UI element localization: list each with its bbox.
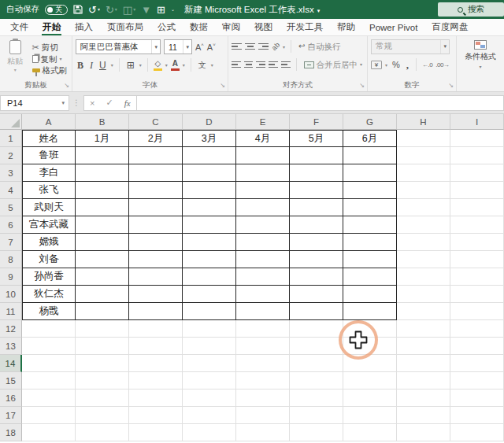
cell-H18[interactable] xyxy=(397,424,450,441)
row-header-18[interactable]: 18 xyxy=(0,424,22,441)
cell-E13[interactable] xyxy=(236,338,290,355)
cell-I14[interactable] xyxy=(450,355,504,372)
cell-F1[interactable]: 5月 xyxy=(290,130,343,147)
cell-D9[interactable] xyxy=(183,268,236,286)
cell-A12[interactable] xyxy=(22,320,76,338)
cell-I3[interactable] xyxy=(450,164,504,182)
cell-E9[interactable] xyxy=(236,268,290,286)
cell-F17[interactable] xyxy=(290,407,343,424)
cell-B15[interactable] xyxy=(76,372,129,389)
cell-C8[interactable] xyxy=(129,251,183,268)
cell-E6[interactable] xyxy=(236,216,290,234)
cell-I6[interactable] xyxy=(450,216,504,234)
cell-D7[interactable] xyxy=(183,234,236,251)
row-header-10[interactable]: 10 xyxy=(0,286,22,303)
tab-开发工具[interactable]: 开发工具 xyxy=(280,19,330,35)
row-header-11[interactable]: 11 xyxy=(0,303,22,320)
column-header-E[interactable]: E xyxy=(236,114,290,130)
row-header-9[interactable]: 9 xyxy=(0,268,22,286)
cell-G3[interactable] xyxy=(343,164,397,182)
column-header-H[interactable]: H xyxy=(397,114,450,130)
cell-F11[interactable] xyxy=(290,303,343,320)
cell-F3[interactable] xyxy=(290,164,343,182)
paste-button[interactable]: 粘贴 ▾ xyxy=(3,39,28,79)
row-header-12[interactable]: 12 xyxy=(0,320,22,338)
select-all-corner[interactable] xyxy=(0,114,22,130)
cell-D6[interactable] xyxy=(183,216,236,234)
cell-G6[interactable] xyxy=(343,216,397,234)
align-left-button[interactable] xyxy=(232,61,241,68)
cell-F16[interactable] xyxy=(290,389,343,407)
cell-B10[interactable] xyxy=(76,286,129,303)
tab-Power Pivot[interactable]: Power Pivot xyxy=(362,19,424,35)
number-format-combo[interactable]: 常规▾ xyxy=(371,39,450,54)
tab-开始[interactable]: 开始 xyxy=(35,19,68,35)
cell-E16[interactable] xyxy=(236,389,290,407)
cell-H12[interactable] xyxy=(397,320,450,338)
cell-H17[interactable] xyxy=(397,407,450,424)
autosave-toggle[interactable]: 关 xyxy=(45,5,68,15)
cell-G15[interactable] xyxy=(343,372,397,389)
row-header-6[interactable]: 6 xyxy=(0,216,22,234)
cell-B18[interactable] xyxy=(76,424,129,441)
column-header-D[interactable]: D xyxy=(183,114,236,130)
cell-C10[interactable] xyxy=(129,286,183,303)
column-header-A[interactable]: A xyxy=(22,114,76,130)
cell-C9[interactable] xyxy=(129,268,183,286)
cell-B16[interactable] xyxy=(76,389,129,407)
row-header-16[interactable]: 16 xyxy=(0,389,22,407)
cell-H15[interactable] xyxy=(397,372,450,389)
increase-indent-button[interactable] xyxy=(281,61,291,68)
cell-G18[interactable] xyxy=(343,424,397,441)
cell-C4[interactable] xyxy=(129,182,183,199)
cell-D17[interactable] xyxy=(183,407,236,424)
enter-button[interactable]: ✓ xyxy=(100,98,118,108)
grow-font-button[interactable]: A˄ xyxy=(195,42,204,52)
cell-F9[interactable] xyxy=(290,268,343,286)
insert-function-button[interactable]: fx xyxy=(119,98,136,108)
cell-A18[interactable] xyxy=(22,424,76,441)
cell-D12[interactable] xyxy=(183,320,236,338)
italic-button[interactable]: I xyxy=(88,61,94,70)
filter-button[interactable]: ▼ xyxy=(141,5,151,15)
cell-F14[interactable] xyxy=(290,355,343,372)
fill-color-button[interactable]: ◇ xyxy=(154,60,162,71)
cell-B4[interactable] xyxy=(76,182,129,199)
tab-帮助[interactable]: 帮助 xyxy=(330,19,362,35)
cell-I16[interactable] xyxy=(450,389,504,407)
cell-A16[interactable] xyxy=(22,389,76,407)
merge-center-button[interactable]: 合并后居中▾ xyxy=(302,60,365,70)
cell-H4[interactable] xyxy=(397,182,450,199)
cell-E17[interactable] xyxy=(236,407,290,424)
cell-A5[interactable]: 武则天 xyxy=(22,199,76,216)
cell-C5[interactable] xyxy=(129,199,183,216)
cell-H8[interactable] xyxy=(397,251,450,268)
cell-G17[interactable] xyxy=(343,407,397,424)
cell-E10[interactable] xyxy=(236,286,290,303)
cell-D18[interactable] xyxy=(183,424,236,441)
cell-C16[interactable] xyxy=(129,389,183,407)
row-header-13[interactable]: 13 xyxy=(0,338,22,355)
cell-G9[interactable] xyxy=(343,268,397,286)
cell-H5[interactable] xyxy=(397,199,450,216)
cell-I11[interactable] xyxy=(450,303,504,320)
row-header-3[interactable]: 3 xyxy=(0,164,22,182)
font-color-button[interactable]: A xyxy=(171,60,180,71)
cell-C15[interactable] xyxy=(129,372,183,389)
comma-style-button[interactable]: , xyxy=(405,60,410,70)
cell-G1[interactable]: 6月 xyxy=(343,130,397,147)
cell-A10[interactable]: 狄仁杰 xyxy=(22,286,76,303)
cell-E1[interactable]: 4月 xyxy=(236,130,290,147)
cell-B9[interactable] xyxy=(76,268,129,286)
borders-button[interactable]: ⊞ xyxy=(157,5,165,15)
cell-F7[interactable] xyxy=(290,234,343,251)
cell-E18[interactable] xyxy=(236,424,290,441)
tab-视图[interactable]: 视图 xyxy=(247,19,280,35)
cell-D2[interactable] xyxy=(183,147,236,164)
cell-E8[interactable] xyxy=(236,251,290,268)
middle-align-button[interactable] xyxy=(245,43,255,50)
cell-D1[interactable]: 3月 xyxy=(183,130,236,147)
undo-button[interactable]: ↺▾ xyxy=(88,5,100,15)
row-header-17[interactable]: 17 xyxy=(0,407,22,424)
cut-button[interactable]: ✂剪切 xyxy=(31,42,69,53)
